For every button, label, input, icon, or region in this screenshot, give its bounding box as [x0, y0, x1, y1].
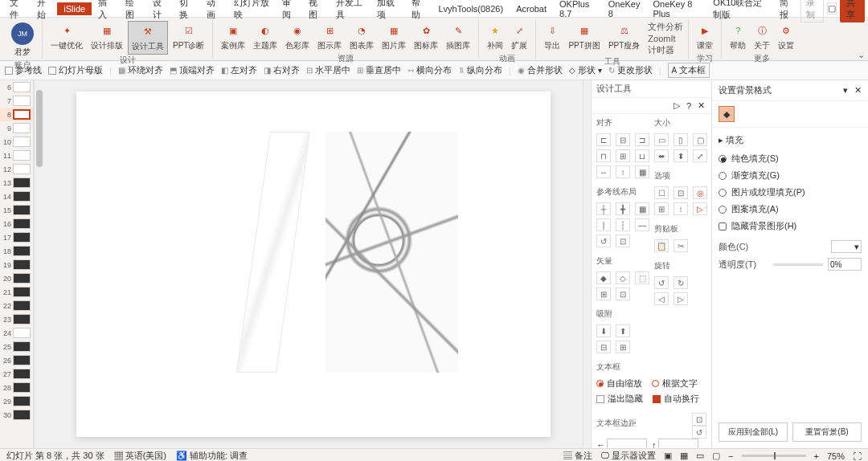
thumbnail-17[interactable]: 17 — [0, 230, 33, 244]
thumbnail-27[interactable]: 27 — [0, 367, 33, 381]
reset-bg-button[interactable]: 重置背景(B) — [792, 422, 862, 442]
tab-okplus[interactable]: OKPlus 8.7 — [553, 0, 602, 20]
fill-picture[interactable]: 图片或纹理填充(P) — [719, 186, 862, 198]
timer[interactable]: 计时器 — [648, 44, 683, 56]
design-tools[interactable]: ⚒设计工具 — [128, 21, 168, 55]
dist-v-icon[interactable]: ↕ — [616, 165, 630, 178]
opt-5[interactable]: ↕ — [674, 202, 688, 215]
tab-islide[interactable]: iSlide — [57, 2, 92, 15]
thumbnail-12[interactable]: 12 — [0, 162, 33, 176]
dp-play-icon[interactable]: ▷ — [674, 100, 680, 111]
tb-merge[interactable]: ◉ 合并形状 — [518, 64, 563, 76]
view-reading-icon[interactable]: ▭ — [696, 451, 704, 461]
about[interactable]: ⓘ关于 — [751, 21, 773, 53]
illust-lib[interactable]: ✎插图库 — [443, 21, 473, 53]
cb-auto-shrink[interactable]: 自由缩放 — [596, 377, 642, 390]
fit-window-icon[interactable]: ⛶ — [853, 451, 862, 461]
thumbnail-9[interactable]: 9 — [0, 121, 33, 135]
account-avatar[interactable]: JM 君梦 — [8, 21, 37, 59]
margin-left[interactable]: ← — [596, 439, 647, 448]
fp-fill-tab-icon[interactable]: ◆ — [719, 106, 735, 122]
tab-onekey8[interactable]: OneKey 8 — [602, 0, 647, 20]
color-picker[interactable]: ▾ — [831, 240, 862, 253]
window-min-icon[interactable]: ▢ — [827, 2, 837, 14]
align-top-icon[interactable]: ⊓ — [596, 149, 611, 162]
align-left-icon[interactable]: ⊏ — [596, 133, 611, 146]
fill-gradient[interactable]: 渐变填充(G) — [719, 169, 862, 182]
thumbnail-22[interactable]: 22 — [0, 299, 33, 312]
share-button[interactable]: 共享 — [840, 0, 865, 22]
help[interactable]: ?帮助 — [727, 21, 749, 53]
ppt-collage[interactable]: ▦PPT拼图 — [565, 21, 603, 56]
thumbnail-7[interactable]: 7 — [0, 94, 33, 108]
vec-4[interactable]: ⊞ — [596, 288, 611, 300]
rot-4[interactable]: ▷ — [674, 292, 688, 305]
thumbnail-26[interactable]: 26 — [0, 353, 33, 367]
fp-close-icon[interactable]: ✕ — [854, 85, 862, 95]
settings[interactable]: ⚙设置 — [775, 21, 797, 53]
zoom-out-icon[interactable]: − — [728, 451, 733, 461]
thumbnail-24[interactable]: 24 — [0, 326, 33, 340]
tb-vdist[interactable]: ⥮ 纵向分布 — [458, 64, 502, 76]
thumbnail-18[interactable]: 18 — [0, 244, 33, 258]
thumbnail-19[interactable]: 19 — [0, 258, 33, 271]
thumbnail-8[interactable]: 8 — [0, 108, 33, 121]
record-button[interactable]: 录制 — [800, 0, 824, 22]
language-indicator[interactable]: ▦ 英语(美国) — [114, 450, 166, 461]
slide-canvas[interactable] — [43, 80, 583, 448]
vec-1[interactable]: ◆ — [596, 271, 611, 284]
cb-overflow[interactable]: 溢出隐藏 — [596, 393, 643, 405]
tb-hcenter[interactable]: ⊟ 水平居中 — [306, 64, 350, 76]
size-2[interactable]: ▯ — [674, 133, 688, 146]
clip-1[interactable]: 📋 — [654, 239, 669, 252]
tab-acrobat[interactable]: Acrobat — [510, 2, 553, 15]
transparency-slider[interactable] — [773, 263, 823, 266]
zoom-slider[interactable] — [742, 455, 806, 457]
canvas-scrollbar[interactable] — [583, 80, 591, 448]
thumbnail-28[interactable]: 28 — [0, 381, 33, 394]
snap-2[interactable]: ⬆ — [616, 324, 630, 337]
classroom[interactable]: ▶课堂 — [694, 21, 716, 53]
color-lib[interactable]: ◉色彩库 — [282, 21, 313, 53]
align-bot-icon[interactable]: ⊔ — [635, 149, 649, 162]
opt-2[interactable]: ⊡ — [674, 186, 688, 199]
hide-bg-graphics[interactable]: 隐藏背景图形(H) — [719, 220, 862, 232]
guide-1[interactable]: ┼ — [596, 202, 611, 215]
size-1[interactable]: ▭ — [654, 133, 669, 146]
clip-2[interactable]: ✂ — [674, 239, 688, 252]
vec-2[interactable]: ◇ — [616, 271, 630, 284]
dp-help-icon[interactable]: ? — [686, 101, 691, 111]
guide-3[interactable]: ▦ — [635, 202, 649, 215]
align-center-icon[interactable]: ⊟ — [616, 133, 630, 146]
snap-4[interactable]: ⊞ — [616, 341, 630, 353]
display-settings[interactable]: 🖵 显示器设置 — [600, 450, 656, 461]
dist-grid-icon[interactable]: ▦ — [635, 165, 649, 178]
broken-glass-image[interactable] — [326, 132, 458, 373]
tb-left-align[interactable]: ◧ 左对齐 — [221, 64, 257, 76]
thumbnail-10[interactable]: 10 — [0, 135, 33, 149]
fill-solid[interactable]: 纯色填充(S) — [719, 153, 862, 165]
view-slideshow-icon[interactable]: ▢ — [712, 451, 720, 461]
margin-top[interactable]: ↑ — [652, 439, 698, 448]
tb-top-align[interactable]: ⬒ 顶端对齐 — [170, 64, 215, 76]
thumbnail-23[interactable]: 23 — [0, 312, 33, 326]
thumbnail-14[interactable]: 14 — [0, 190, 33, 203]
opt-4[interactable]: ⊞ — [654, 202, 669, 215]
thumbnail-11[interactable]: 11 — [0, 149, 33, 162]
guide-6[interactable]: — — [635, 218, 649, 231]
opt-6[interactable]: ▷ — [693, 202, 707, 215]
icon-lib[interactable]: ✿图标库 — [411, 21, 441, 53]
design-layout[interactable]: ▦设计排版 — [88, 21, 126, 55]
ppt-diagnose[interactable]: ☑PPT诊断 — [170, 21, 207, 55]
tb-shape[interactable]: ◇ 形状 ▾ — [569, 64, 602, 76]
thumbnail-25[interactable]: 25 — [0, 340, 33, 353]
slide-thumbnails[interactable]: 6789101112131415161718192021222324252627… — [0, 80, 34, 448]
transparency-input[interactable] — [828, 258, 862, 271]
zoom-in-icon[interactable]: + — [814, 451, 819, 461]
tb-textbox[interactable]: A 文本框 — [668, 63, 710, 78]
pic-lib[interactable]: ▦图片库 — [379, 21, 409, 53]
tb-hdist[interactable]: ⇿ 横向分布 — [407, 64, 452, 76]
ribbon-collapse-icon[interactable]: ⌄ — [858, 50, 865, 60]
theme-lib[interactable]: ◐主题库 — [250, 21, 280, 53]
apply-all-button[interactable]: 应用到全部(L) — [719, 422, 788, 442]
